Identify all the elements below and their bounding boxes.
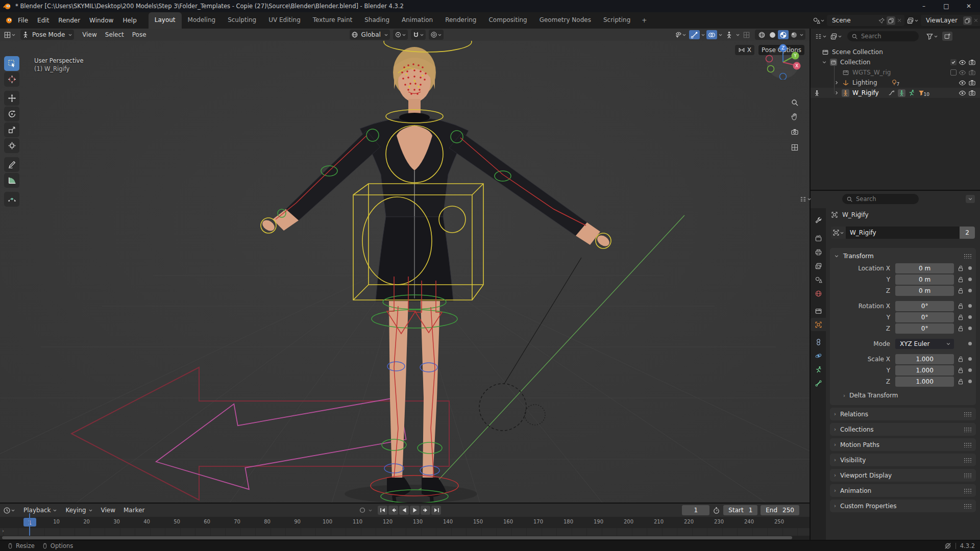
expand-icon[interactable]: [834, 90, 839, 95]
new-collection-button[interactable]: [942, 32, 952, 41]
menu-view[interactable]: View: [97, 507, 119, 514]
play-reverse-button[interactable]: [399, 506, 409, 515]
value-field[interactable]: 0°: [895, 323, 954, 334]
compositor-button[interactable]: [741, 30, 752, 39]
transform-orientation[interactable]: Global: [350, 30, 390, 40]
value-field[interactable]: 0 m: [895, 286, 954, 296]
tool-annotate[interactable]: [4, 157, 19, 172]
drag-handle[interactable]: [964, 254, 972, 259]
render-camera-icon[interactable]: [968, 59, 976, 66]
delta-transform-panel[interactable]: ›Delta Transform: [830, 390, 976, 401]
remove-viewlayer-icon[interactable]: [973, 17, 979, 23]
shading-solid-button[interactable]: [767, 30, 778, 39]
timeline-channels[interactable]: ›: [0, 528, 810, 536]
zoom-view-icon[interactable]: [789, 97, 800, 108]
menu-pose[interactable]: Pose: [128, 31, 151, 38]
drag-handle[interactable]: [964, 442, 972, 447]
value-field[interactable]: XYZ Euler: [895, 339, 954, 349]
collapsed-panel[interactable]: › Viewport Display: [830, 469, 976, 482]
collapsed-panel[interactable]: › Collections: [830, 423, 976, 436]
menu-select[interactable]: Select: [101, 31, 128, 38]
render-camera-icon[interactable]: [968, 69, 976, 77]
new-viewlayer-icon[interactable]: [963, 16, 972, 25]
new-scene-icon[interactable]: [887, 16, 895, 25]
menu-playback[interactable]: Playback: [19, 507, 61, 514]
outliner-display-mode[interactable]: [815, 33, 827, 40]
workspace-tab[interactable]: Animation: [396, 12, 439, 29]
lock-icon[interactable]: [957, 378, 964, 385]
outliner-row-wgts[interactable]: WGTS_W_rig: [811, 67, 980, 78]
object-name-field[interactable]: W_Rigify: [846, 227, 960, 239]
menu-help[interactable]: Help: [118, 12, 141, 29]
animate-dot[interactable]: [968, 278, 972, 281]
hide-eye-icon[interactable]: [959, 79, 966, 87]
transform-panel-header[interactable]: Transform: [830, 250, 976, 262]
tab-collection[interactable]: [811, 304, 826, 317]
outliner-filter-button[interactable]: [926, 33, 938, 40]
lock-icon[interactable]: [957, 303, 964, 310]
drag-handle[interactable]: [964, 458, 972, 463]
animate-dot[interactable]: [968, 342, 972, 345]
tool-transform[interactable]: [4, 138, 19, 153]
channel-expander[interactable]: ›: [2, 528, 4, 534]
collection-checkbox[interactable]: [950, 59, 957, 65]
prev-keyframe-button[interactable]: [388, 506, 398, 515]
hide-eye-icon[interactable]: [959, 59, 966, 66]
lock-icon[interactable]: [957, 314, 964, 321]
timeline-scrollbar[interactable]: [0, 536, 810, 540]
drag-handle[interactable]: [964, 473, 972, 478]
next-keyframe-button[interactable]: [421, 506, 430, 515]
lock-icon[interactable]: [957, 287, 964, 294]
menu-file[interactable]: File: [13, 12, 33, 29]
collapsed-panel[interactable]: › Animation: [830, 484, 976, 497]
tab-tool[interactable]: [811, 213, 826, 227]
timeline-editor-type[interactable]: [3, 507, 15, 514]
pin-icon[interactable]: [878, 17, 885, 24]
scrollbar-thumb[interactable]: [2, 536, 792, 539]
value-field[interactable]: 0 m: [895, 263, 954, 273]
animate-dot[interactable]: [968, 368, 972, 372]
lock-icon[interactable]: [957, 367, 964, 374]
tab-scene[interactable]: [811, 273, 826, 286]
expand-icon[interactable]: [834, 80, 839, 85]
tab-object-data[interactable]: [811, 363, 826, 376]
tool-scale[interactable]: [4, 122, 19, 137]
shading-material-button[interactable]: [778, 30, 789, 39]
collapsed-panel[interactable]: › Visibility: [830, 454, 976, 466]
viewport-scene[interactable]: [0, 41, 810, 503]
menu-keying[interactable]: Keying: [61, 507, 96, 514]
workspace-tab[interactable]: Rendering: [439, 12, 482, 29]
outliner-search-input[interactable]: [861, 33, 912, 40]
blender-menu-icon[interactable]: [4, 16, 13, 25]
pan-view-icon[interactable]: [789, 111, 800, 122]
pin-icon[interactable]: [855, 211, 863, 218]
tool-cursor[interactable]: [4, 72, 19, 87]
tool-measure[interactable]: [4, 173, 19, 188]
mode-selector[interactable]: Pose Mode: [20, 30, 74, 40]
lock-icon[interactable]: [957, 325, 964, 332]
workspace-tab[interactable]: UV Editing: [262, 12, 307, 29]
close-button[interactable]: ✕: [958, 0, 980, 12]
tool-pose-breakdowner[interactable]: [4, 192, 19, 207]
frame-start-field[interactable]: Start 1: [723, 505, 757, 515]
gizmo-dropdown[interactable]: [701, 33, 705, 37]
workspace-tab[interactable]: Layout: [149, 12, 182, 29]
outliner-filter-type[interactable]: [830, 33, 842, 40]
x-axis-mirror-toggle[interactable]: X: [735, 45, 754, 55]
navigation-gizmo[interactable]: Z Y X: [764, 41, 802, 80]
collapsed-panel[interactable]: › Motion Paths: [830, 438, 976, 451]
hide-eye-icon[interactable]: [959, 69, 966, 77]
menu-view[interactable]: View: [78, 31, 101, 38]
toggle-ortho-icon[interactable]: [789, 142, 800, 153]
lock-icon[interactable]: [957, 356, 964, 363]
animate-dot[interactable]: [968, 315, 972, 319]
play-button[interactable]: [410, 506, 420, 515]
outliner-row-wrigify[interactable]: W_Rigify 10: [811, 88, 980, 98]
tab-bone[interactable]: [811, 377, 826, 390]
value-field[interactable]: 0 m: [895, 274, 954, 285]
shading-dropdown[interactable]: [799, 33, 804, 37]
value-field[interactable]: 0°: [895, 312, 954, 322]
show-gizmo-toggle[interactable]: [689, 30, 700, 39]
tool-select-box[interactable]: [4, 56, 19, 71]
pivot-point[interactable]: [393, 30, 408, 40]
